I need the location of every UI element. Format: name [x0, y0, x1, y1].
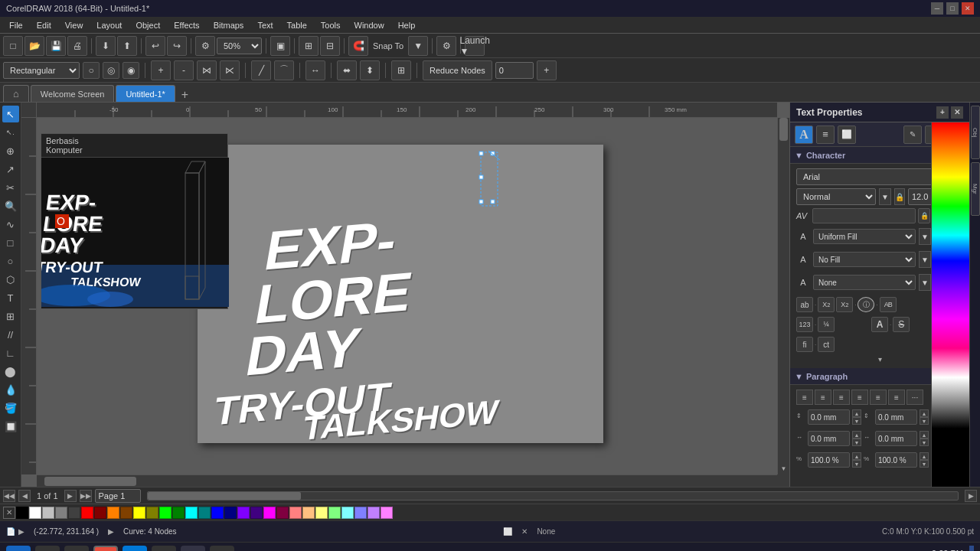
rect-tool[interactable]: □ [2, 234, 19, 251]
freehand-tool[interactable]: ⊕ [2, 142, 19, 159]
swatch-dkmagenta[interactable] [276, 507, 289, 519]
menu-window[interactable]: Window [348, 19, 390, 31]
spacing-right-inc[interactable]: ▲ [920, 431, 929, 439]
swatch-white[interactable] [29, 507, 41, 519]
page-first[interactable]: ◀◀ [3, 490, 15, 502]
align-right[interactable]: ≡ [833, 390, 850, 405]
swatch-ltgray[interactable] [42, 507, 54, 519]
swatch-dkyellow[interactable] [146, 507, 158, 519]
fmt-123[interactable]: 123 [796, 317, 813, 332]
shape-tool[interactable]: ↗ [2, 161, 19, 178]
page-ctrl-btn[interactable]: 📄 [6, 527, 15, 536]
scale2-inc[interactable]: ▲ [920, 452, 929, 460]
maximize-icon[interactable]: □ [946, 2, 959, 15]
swatch-violet[interactable] [237, 507, 250, 519]
start-button[interactable]: ⊞ [6, 546, 31, 552]
text-tool[interactable]: T [2, 289, 19, 306]
fmt-fi[interactable]: fi [796, 337, 813, 352]
obj-mgr-tab[interactable]: Mgr [971, 162, 980, 216]
table-tool[interactable]: ⊞ [2, 308, 19, 324]
snap-options-button[interactable]: ⚙ [195, 36, 215, 56]
font-style-dropdown[interactable]: ▼ [879, 188, 891, 205]
status-none-icon[interactable]: ✕ [521, 527, 528, 536]
minimize-icon[interactable]: ─ [931, 2, 943, 15]
swatch-peach[interactable] [302, 507, 315, 519]
menu-file[interactable]: File [3, 19, 29, 31]
menu-bitmaps[interactable]: Bitmaps [207, 19, 250, 31]
scrollbar-vertical[interactable]: ▼ [777, 118, 789, 474]
break-btn[interactable]: ⋉ [220, 60, 240, 80]
taskbar-edge[interactable]: 🌐 [122, 546, 147, 552]
grid-button[interactable]: ⊞ [299, 36, 318, 56]
tab-add-button[interactable]: + [177, 88, 193, 102]
fmt-x2[interactable]: X2 [818, 297, 835, 312]
align-justify[interactable]: ≡ [851, 390, 868, 405]
spacing-after-inc[interactable]: ▲ [920, 409, 929, 417]
show-desktop[interactable] [969, 546, 974, 552]
open-button[interactable]: 📂 [24, 36, 44, 56]
taskbar-explorer[interactable]: 📁 [181, 546, 205, 552]
options-button[interactable]: ⚙ [436, 36, 456, 56]
panel-expand-btn[interactable]: + [936, 106, 949, 119]
stroke-dropdown[interactable]: ▼ [919, 251, 931, 268]
snap-btn[interactable]: ▼ [408, 36, 428, 56]
smart-fill-tool[interactable]: 🔲 [2, 418, 19, 435]
spacing-before-inc[interactable]: ▲ [852, 409, 861, 417]
spacing-after-input[interactable] [875, 409, 917, 425]
swatch-darkgray[interactable] [68, 507, 80, 519]
align-more[interactable]: ··· [906, 390, 923, 405]
menu-effects[interactable]: Effects [168, 19, 205, 31]
stroke-type-select[interactable]: No Fill Solid [813, 252, 916, 267]
fmt-AB[interactable]: AB [880, 297, 897, 312]
tab-home[interactable]: ⌂ [3, 85, 29, 102]
swatch-green[interactable] [172, 507, 185, 519]
redo-button[interactable]: ↪ [167, 36, 187, 56]
spacing-left-input[interactable] [808, 431, 850, 446]
tab-welcome[interactable]: Welcome Screen [31, 85, 115, 102]
status-render-icon[interactable]: ⬜ [503, 527, 512, 536]
fmt-xsub[interactable]: X2 [836, 297, 853, 312]
swatch-cyan[interactable] [185, 507, 198, 519]
page-last[interactable]: ▶▶ [80, 490, 92, 502]
launch-button[interactable]: Launch ▼ [465, 36, 485, 56]
bg-dropdown[interactable]: ▼ [919, 274, 931, 291]
swatch-blue[interactable] [211, 507, 224, 519]
swatch-dkblue[interactable] [224, 507, 237, 519]
task-view[interactable]: ⧉ [64, 546, 89, 552]
swatch-ltblue[interactable] [354, 507, 367, 519]
del-node-btn[interactable]: - [174, 60, 194, 80]
sym-btn[interactable]: ◉ [122, 62, 139, 79]
font-size-lock[interactable]: 🔒 [894, 188, 905, 205]
smooth-btn[interactable]: ◎ [103, 62, 119, 79]
taskbar-coreldraw[interactable]: C [93, 546, 118, 552]
menu-object[interactable]: Object [129, 19, 166, 31]
swatch-pink[interactable] [289, 507, 302, 519]
page-prev[interactable]: ◀ [18, 490, 31, 502]
guidelines-button[interactable]: ⊟ [320, 36, 340, 56]
swatch-gray[interactable] [55, 507, 67, 519]
tracking-lock[interactable]: 🔒 [918, 208, 930, 223]
align-force[interactable]: ≡ [870, 390, 887, 405]
swatch-ltcyan[interactable] [341, 507, 354, 519]
swatch-brown[interactable] [120, 507, 132, 519]
zoom-tool[interactable]: 🔍 [2, 197, 19, 214]
page-name-input[interactable] [95, 489, 141, 503]
font-name-select[interactable]: Arial Times New Roman Verdana [796, 168, 948, 185]
reduce-nodes-input[interactable] [495, 62, 534, 79]
swatch-yellow[interactable] [133, 507, 145, 519]
text-tab-char[interactable]: A [795, 126, 813, 144]
scale2-dec[interactable]: ▼ [920, 460, 929, 468]
swatch-teal[interactable] [198, 507, 211, 519]
save-button[interactable]: 💾 [46, 36, 66, 56]
scroll-right-btn[interactable]: ▶ [965, 490, 977, 502]
tab-document[interactable]: Untitled-1* [116, 85, 175, 102]
ellipse-tool[interactable]: ○ [2, 253, 19, 269]
zoom-select[interactable]: 50% 100% 200% [217, 37, 262, 54]
select-tool[interactable]: ↖ [2, 106, 19, 122]
fmt-S[interactable]: S [893, 317, 910, 332]
swatch-orange[interactable] [107, 507, 119, 519]
bg-type-select[interactable]: None Solid [813, 275, 916, 290]
page-next[interactable]: ▶ [64, 490, 77, 502]
scrollbar-horizontal[interactable] [37, 474, 777, 487]
align-nodes-v[interactable]: ⬍ [360, 60, 380, 80]
